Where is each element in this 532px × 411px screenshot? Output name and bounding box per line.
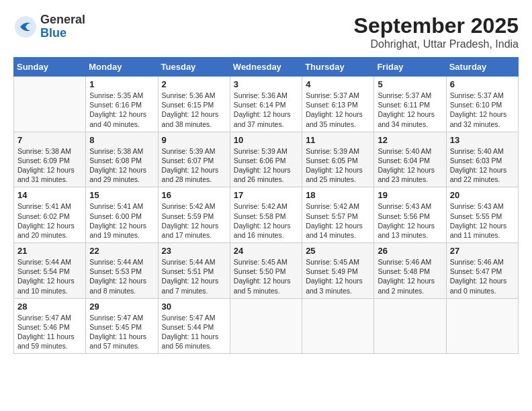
calendar-header-thursday: Thursday: [302, 58, 374, 77]
day-number: 22: [89, 246, 154, 256]
day-info: Sunrise: 5:47 AM Sunset: 5:45 PM Dayligh…: [89, 313, 154, 351]
day-number: 15: [89, 190, 154, 200]
calendar-cell: 4Sunrise: 5:37 AM Sunset: 6:13 PM Daylig…: [302, 77, 374, 132]
calendar-cell: 2Sunrise: 5:36 AM Sunset: 6:15 PM Daylig…: [158, 77, 230, 132]
day-number: 8: [89, 135, 154, 145]
logo: General Blue: [13, 13, 85, 40]
day-number: 30: [162, 302, 226, 312]
calendar-week-row: 21Sunrise: 5:44 AM Sunset: 5:54 PM Dayli…: [14, 243, 519, 299]
calendar-cell: 8Sunrise: 5:38 AM Sunset: 6:08 PM Daylig…: [86, 132, 158, 187]
day-info: Sunrise: 5:36 AM Sunset: 6:15 PM Dayligh…: [162, 91, 226, 129]
day-number: 25: [306, 246, 370, 256]
day-info: Sunrise: 5:38 AM Sunset: 6:08 PM Dayligh…: [89, 146, 154, 185]
day-number: 21: [17, 246, 82, 256]
title-section: September 2025 Dohrighat, Uttar Pradesh,…: [354, 13, 519, 50]
calendar-cell: 15Sunrise: 5:41 AM Sunset: 6:00 PM Dayli…: [86, 187, 158, 243]
month-title: September 2025: [354, 13, 519, 38]
day-number: 24: [234, 246, 298, 256]
day-number: 2: [162, 79, 226, 89]
calendar-cell: [230, 298, 302, 354]
day-number: 17: [234, 190, 298, 200]
calendar-cell: 24Sunrise: 5:45 AM Sunset: 5:50 PM Dayli…: [230, 243, 302, 299]
day-info: Sunrise: 5:45 AM Sunset: 5:50 PM Dayligh…: [234, 257, 298, 295]
day-info: Sunrise: 5:39 AM Sunset: 6:05 PM Dayligh…: [306, 146, 370, 185]
calendar-cell: 28Sunrise: 5:47 AM Sunset: 5:46 PM Dayli…: [14, 298, 86, 354]
day-number: 29: [89, 302, 154, 312]
day-info: Sunrise: 5:42 AM Sunset: 5:59 PM Dayligh…: [162, 201, 226, 240]
calendar-cell: 22Sunrise: 5:44 AM Sunset: 5:53 PM Dayli…: [86, 243, 158, 299]
day-info: Sunrise: 5:46 AM Sunset: 5:48 PM Dayligh…: [378, 257, 442, 295]
logo-text: General Blue: [40, 13, 85, 40]
calendar-cell: 9Sunrise: 5:39 AM Sunset: 6:07 PM Daylig…: [158, 132, 230, 187]
calendar-cell: 17Sunrise: 5:42 AM Sunset: 5:58 PM Dayli…: [230, 187, 302, 243]
day-number: 14: [17, 190, 82, 200]
calendar-cell: 3Sunrise: 5:36 AM Sunset: 6:14 PM Daylig…: [230, 77, 302, 132]
day-info: Sunrise: 5:39 AM Sunset: 6:07 PM Dayligh…: [162, 146, 226, 185]
calendar-cell: 5Sunrise: 5:37 AM Sunset: 6:11 PM Daylig…: [374, 77, 446, 132]
day-info: Sunrise: 5:38 AM Sunset: 6:09 PM Dayligh…: [17, 146, 82, 185]
calendar-week-row: 14Sunrise: 5:41 AM Sunset: 6:02 PM Dayli…: [14, 187, 519, 243]
day-info: Sunrise: 5:36 AM Sunset: 6:14 PM Dayligh…: [234, 91, 298, 129]
day-info: Sunrise: 5:40 AM Sunset: 6:03 PM Dayligh…: [450, 146, 515, 185]
calendar-cell: 20Sunrise: 5:43 AM Sunset: 5:55 PM Dayli…: [446, 187, 518, 243]
calendar-header-row: SundayMondayTuesdayWednesdayThursdayFrid…: [14, 58, 519, 77]
day-info: Sunrise: 5:42 AM Sunset: 5:58 PM Dayligh…: [234, 201, 298, 240]
day-info: Sunrise: 5:42 AM Sunset: 5:57 PM Dayligh…: [306, 201, 370, 240]
calendar-cell: 7Sunrise: 5:38 AM Sunset: 6:09 PM Daylig…: [14, 132, 86, 187]
day-info: Sunrise: 5:47 AM Sunset: 5:44 PM Dayligh…: [162, 313, 226, 351]
day-number: 12: [378, 135, 442, 145]
calendar-cell: 21Sunrise: 5:44 AM Sunset: 5:54 PM Dayli…: [14, 243, 86, 299]
calendar-cell: 13Sunrise: 5:40 AM Sunset: 6:03 PM Dayli…: [446, 132, 518, 187]
day-number: 5: [378, 79, 442, 89]
day-info: Sunrise: 5:41 AM Sunset: 6:00 PM Dayligh…: [89, 201, 154, 240]
calendar-week-row: 28Sunrise: 5:47 AM Sunset: 5:46 PM Dayli…: [14, 298, 519, 354]
calendar-cell: 26Sunrise: 5:46 AM Sunset: 5:48 PM Dayli…: [374, 243, 446, 299]
calendar-cell: 11Sunrise: 5:39 AM Sunset: 6:05 PM Dayli…: [302, 132, 374, 187]
location-subtitle: Dohrighat, Uttar Pradesh, India: [354, 38, 519, 50]
day-info: Sunrise: 5:46 AM Sunset: 5:47 PM Dayligh…: [450, 257, 515, 295]
calendar-cell: 23Sunrise: 5:44 AM Sunset: 5:51 PM Dayli…: [158, 243, 230, 299]
calendar-header-friday: Friday: [374, 58, 446, 77]
day-number: 4: [306, 79, 370, 89]
logo-icon: [13, 15, 38, 39]
day-number: 18: [306, 190, 370, 200]
day-info: Sunrise: 5:47 AM Sunset: 5:46 PM Dayligh…: [17, 313, 82, 351]
day-info: Sunrise: 5:41 AM Sunset: 6:02 PM Dayligh…: [17, 201, 82, 240]
day-number: 6: [450, 79, 515, 89]
calendar-week-row: 7Sunrise: 5:38 AM Sunset: 6:09 PM Daylig…: [14, 132, 519, 187]
day-number: 28: [17, 302, 82, 312]
day-info: Sunrise: 5:40 AM Sunset: 6:04 PM Dayligh…: [378, 146, 442, 185]
calendar-table: SundayMondayTuesdayWednesdayThursdayFrid…: [13, 57, 519, 354]
day-number: 13: [450, 135, 515, 145]
calendar-cell: [302, 298, 374, 354]
calendar-cell: 14Sunrise: 5:41 AM Sunset: 6:02 PM Dayli…: [14, 187, 86, 243]
calendar-cell: 1Sunrise: 5:35 AM Sunset: 6:16 PM Daylig…: [86, 77, 158, 132]
calendar-cell: 6Sunrise: 5:37 AM Sunset: 6:10 PM Daylig…: [446, 77, 518, 132]
day-number: 7: [17, 135, 82, 145]
calendar-header-sunday: Sunday: [14, 58, 86, 77]
calendar-header-tuesday: Tuesday: [158, 58, 230, 77]
day-number: 19: [378, 190, 442, 200]
day-number: 23: [162, 246, 226, 256]
day-number: 1: [89, 79, 154, 89]
day-number: 10: [234, 135, 298, 145]
day-info: Sunrise: 5:44 AM Sunset: 5:54 PM Dayligh…: [17, 257, 82, 295]
day-info: Sunrise: 5:39 AM Sunset: 6:06 PM Dayligh…: [234, 146, 298, 185]
calendar-cell: 25Sunrise: 5:45 AM Sunset: 5:49 PM Dayli…: [302, 243, 374, 299]
calendar-cell: 19Sunrise: 5:43 AM Sunset: 5:56 PM Dayli…: [374, 187, 446, 243]
day-number: 16: [162, 190, 226, 200]
day-number: 26: [378, 246, 442, 256]
calendar-cell: 12Sunrise: 5:40 AM Sunset: 6:04 PM Dayli…: [374, 132, 446, 187]
day-info: Sunrise: 5:37 AM Sunset: 6:10 PM Dayligh…: [450, 91, 515, 129]
page-header: General Blue September 2025 Dohrighat, U…: [13, 13, 519, 50]
day-info: Sunrise: 5:35 AM Sunset: 6:16 PM Dayligh…: [89, 91, 154, 129]
calendar-cell: [374, 298, 446, 354]
day-info: Sunrise: 5:44 AM Sunset: 5:53 PM Dayligh…: [89, 257, 154, 295]
calendar-cell: 27Sunrise: 5:46 AM Sunset: 5:47 PM Dayli…: [446, 243, 518, 299]
day-info: Sunrise: 5:43 AM Sunset: 5:55 PM Dayligh…: [450, 201, 515, 240]
calendar-cell: [446, 298, 518, 354]
calendar-cell: 18Sunrise: 5:42 AM Sunset: 5:57 PM Dayli…: [302, 187, 374, 243]
day-number: 20: [450, 190, 515, 200]
day-number: 3: [234, 79, 298, 89]
day-number: 11: [306, 135, 370, 145]
